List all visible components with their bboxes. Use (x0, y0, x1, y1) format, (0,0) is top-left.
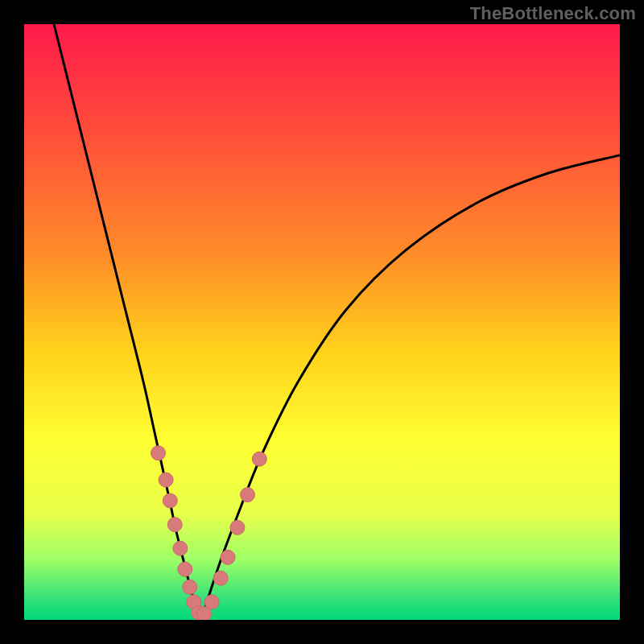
data-point (173, 541, 188, 555)
gradient-background (24, 24, 620, 620)
data-point (252, 452, 266, 466)
data-point (213, 571, 228, 585)
data-point (178, 562, 192, 576)
watermark-text: TheBottleneck.com (470, 3, 636, 24)
data-point (204, 595, 219, 609)
data-point (167, 518, 182, 532)
data-point (163, 493, 177, 508)
plot-svg (24, 24, 620, 620)
data-point (151, 446, 166, 460)
data-point (221, 550, 235, 564)
data-point (230, 520, 245, 535)
data-point (241, 488, 255, 502)
chart-frame: TheBottleneck.com (0, 0, 644, 644)
data-point (183, 580, 197, 594)
data-point (159, 473, 173, 487)
